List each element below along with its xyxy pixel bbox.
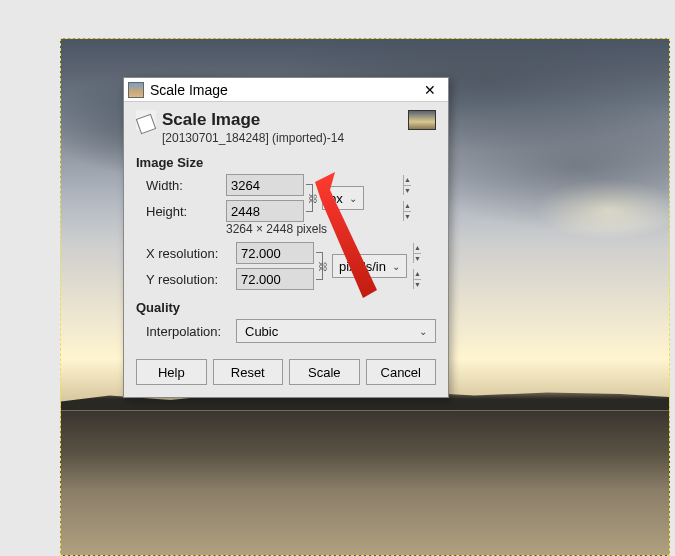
res-unit-value: pixels/in xyxy=(339,259,386,274)
dimensions-text: 3264 × 2448 pixels xyxy=(136,222,436,236)
cancel-button[interactable]: Cancel xyxy=(366,359,437,385)
window-icon xyxy=(128,82,144,98)
dialog-subheading: [20130701_184248] (imported)-14 xyxy=(162,131,408,145)
dialog-titlebar[interactable]: Scale Image ✕ xyxy=(124,78,448,102)
image-thumbnail xyxy=(408,110,436,130)
size-unit-select[interactable]: px ⌄ xyxy=(322,186,364,210)
close-icon[interactable]: ✕ xyxy=(416,80,444,100)
yres-label: Y resolution: xyxy=(146,272,236,287)
section-image-size: Image Size xyxy=(136,155,436,170)
dialog-heading: Scale Image xyxy=(162,110,408,130)
height-label: Height: xyxy=(146,204,226,219)
dialog-body: Scale Image [20130701_184248] (imported)… xyxy=(124,102,448,397)
yres-stepper[interactable]: ▲▼ xyxy=(413,269,421,289)
chain-link-icon[interactable]: ⛓ xyxy=(308,193,318,204)
height-spinbox[interactable]: ▲▼ xyxy=(226,200,304,222)
res-link-bracket: ⛓ xyxy=(316,242,326,290)
scale-image-dialog: Scale Image ✕ Scale Image [20130701_1842… xyxy=(123,77,449,398)
scale-icon xyxy=(136,110,156,130)
xres-stepper[interactable]: ▲▼ xyxy=(413,243,421,263)
width-label: Width: xyxy=(146,178,226,193)
height-stepper[interactable]: ▲▼ xyxy=(403,201,411,221)
window-title: Scale Image xyxy=(150,82,416,98)
xres-spinbox[interactable]: ▲▼ xyxy=(236,242,314,264)
width-spinbox[interactable]: ▲▼ xyxy=(226,174,304,196)
yres-spinbox[interactable]: ▲▼ xyxy=(236,268,314,290)
interpolation-value: Cubic xyxy=(245,324,278,339)
size-link-bracket: ⛓ xyxy=(306,174,316,222)
chevron-down-icon: ⌄ xyxy=(419,326,427,337)
chain-link-icon[interactable]: ⛓ xyxy=(318,261,328,272)
chevron-down-icon: ⌄ xyxy=(392,261,400,272)
chevron-down-icon: ⌄ xyxy=(349,193,357,204)
interpolation-label: Interpolation: xyxy=(146,324,236,339)
interpolation-select[interactable]: Cubic ⌄ xyxy=(236,319,436,343)
size-unit-value: px xyxy=(329,191,343,206)
scale-button[interactable]: Scale xyxy=(289,359,360,385)
reset-button[interactable]: Reset xyxy=(213,359,284,385)
res-unit-select[interactable]: pixels/in ⌄ xyxy=(332,254,407,278)
section-quality: Quality xyxy=(136,300,436,315)
help-button[interactable]: Help xyxy=(136,359,207,385)
xres-label: X resolution: xyxy=(146,246,236,261)
width-stepper[interactable]: ▲▼ xyxy=(403,175,411,195)
